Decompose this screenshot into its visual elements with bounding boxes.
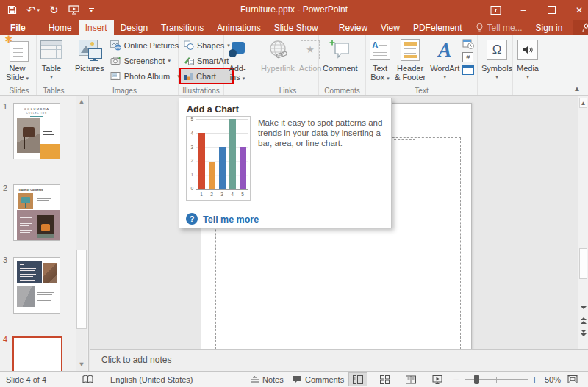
mini-chart-ytick: 3 (187, 145, 193, 150)
zoom-in-button[interactable]: + (531, 372, 537, 387)
comment-button[interactable]: Comment (321, 37, 359, 85)
notes-pane[interactable]: Click to add notes (90, 349, 588, 371)
add-ins-button[interactable]: Add- ins ▾ (226, 37, 248, 85)
online-pictures-button[interactable]: Online Pictures (107, 38, 183, 52)
scroll-down-icon[interactable] (579, 303, 587, 313)
mini-chart-ytick: 4 (187, 131, 193, 136)
tab-home[interactable]: Home (42, 20, 79, 35)
action-icon: ★ (301, 37, 320, 62)
speaker-media-icon (517, 37, 538, 62)
smartart-icon (184, 56, 194, 65)
close-button[interactable]: ✕ (573, 4, 585, 16)
notes-placeholder[interactable]: Click to add notes (101, 350, 171, 371)
text-box-label2: Box ▾ (370, 73, 390, 82)
zoom-level[interactable]: 50% (545, 372, 561, 387)
notes-toggle[interactable]: Notes (250, 372, 284, 387)
mini-chart-ytick: 5 (187, 117, 193, 122)
proofing-book-icon[interactable] (82, 372, 93, 387)
slide-thumbnail-2[interactable]: Table of Contents (13, 184, 60, 241)
slide-indicator[interactable]: Slide 4 of 4 (6, 372, 46, 387)
tell-me-label: Tell me... (487, 23, 523, 33)
slide-thumbnail-4-selected[interactable] (12, 336, 62, 372)
slide-number-button[interactable]: # (462, 52, 473, 62)
shapes-icon (184, 40, 194, 50)
wordart-button[interactable]: A WordArt ▾ (429, 37, 461, 85)
new-slide-icon: ✱ (7, 37, 29, 62)
tell-me-box[interactable]: Tell me... (469, 20, 529, 35)
date-time-button[interactable] (462, 38, 474, 49)
title-bar: ↶▾ ↻ ▾ Furniture.pptx - PowerPoint – ✕ (0, 0, 588, 20)
minimize-button[interactable]: – (517, 4, 529, 16)
mini-chart-xtick: 1 (198, 192, 205, 197)
slide-number: 3 (3, 256, 7, 264)
text-box-button[interactable]: A Text Box ▾ (368, 37, 392, 85)
pictures-button[interactable]: Pictures (74, 37, 106, 85)
table-button[interactable]: Table ▾ (39, 37, 64, 85)
hyperlink-button: Hyperlink (259, 37, 296, 85)
next-slide-button[interactable] (579, 328, 587, 338)
symbols-button[interactable]: Ω Symbols ▾ (480, 37, 514, 85)
scroll-up-icon[interactable]: ▲ (76, 96, 87, 106)
shapes-label: Shapes (197, 41, 224, 50)
reading-view-button[interactable] (401, 372, 420, 386)
language-indicator[interactable]: English (United States) (110, 372, 193, 387)
slide-thumbnail-3[interactable] (13, 257, 60, 314)
zoom-out-button[interactable]: − (453, 372, 459, 387)
group-label-images: Images (71, 87, 178, 95)
wordart-icon: A (438, 37, 451, 62)
group-text: A Text Box ▾ Header (366, 35, 478, 95)
comment-label: Comment (323, 64, 358, 73)
thumb3-photo-bottom (17, 286, 35, 307)
slide-number: 2 (3, 184, 7, 192)
sign-in-button[interactable]: Sign in (529, 20, 570, 35)
group-comments: Comment Comments (319, 35, 366, 95)
media-button[interactable]: Media ▾ (515, 37, 540, 85)
photo-album-button[interactable]: Photo Album ▾ (107, 69, 183, 83)
help-question-icon[interactable]: ? (186, 213, 198, 225)
mini-chart-xtick: 2 (209, 192, 215, 197)
slide-sorter-view-button[interactable] (375, 372, 394, 386)
tab-view[interactable]: View (374, 20, 406, 35)
share-button[interactable]: Share (573, 20, 588, 35)
tab-transitions[interactable]: Transitions (154, 20, 210, 35)
ribbon: ✱ New Slide ▾ Slides Table ▾ Tables (0, 35, 588, 96)
group-slides: ✱ New Slide ▾ Slides (2, 35, 37, 95)
thumbnail-scrollbar[interactable]: ▲ ▼ (76, 96, 87, 371)
scroll-up-icon[interactable]: ▲ (579, 98, 587, 108)
collapse-ribbon-icon[interactable]: ▲ (573, 84, 581, 93)
tab-file[interactable]: File (0, 20, 36, 35)
tell-me-more-link[interactable]: Tell me more (203, 214, 259, 225)
notes-toggle-label: Notes (262, 375, 284, 384)
vertical-scrollbar[interactable]: ▲ (578, 96, 588, 349)
header-footer-label2: & Footer (395, 73, 426, 82)
tooltip-divider (179, 209, 391, 209)
omega-symbols-icon: Ω (487, 37, 507, 62)
object-button[interactable] (462, 65, 474, 75)
tab-animations[interactable]: Animations (210, 20, 267, 35)
screenshot-button[interactable]: Screenshot ▾ (107, 54, 183, 68)
new-slide-button[interactable]: ✱ New Slide ▾ (4, 37, 30, 85)
fit-slide-to-window-icon[interactable] (567, 372, 578, 387)
thumb1-subtitle: COLLECTIVE (14, 112, 60, 115)
mini-chart-xtick: 3 (219, 192, 226, 197)
table-icon (40, 37, 62, 62)
thumbnail-scrollbar-thumb[interactable] (76, 250, 87, 329)
tab-insert[interactable]: Insert (79, 20, 114, 35)
comments-toggle[interactable]: Comments (293, 372, 344, 387)
slide-thumbnail-1[interactable]: COLUMBRA COLLECTIVE (13, 103, 60, 159)
mini-chart-xtick: 4 (229, 192, 236, 197)
previous-slide-button[interactable] (579, 315, 587, 325)
tab-review[interactable]: Review (332, 20, 374, 35)
normal-view-button[interactable] (348, 372, 368, 386)
tab-pdfelement[interactable]: PDFelement (406, 20, 469, 35)
tab-slide-show[interactable]: Slide Show (268, 20, 325, 35)
header-footer-button[interactable]: Header & Footer (393, 37, 427, 85)
scrollbar-thumb[interactable] (579, 248, 587, 279)
maximize-button[interactable] (545, 4, 557, 16)
tab-design[interactable]: Design (114, 20, 154, 35)
zoom-slider-thumb[interactable] (474, 375, 479, 384)
ribbon-display-options-icon[interactable] (490, 4, 501, 16)
tooltip-body: Make it easy to spot patterns and trends… (258, 117, 384, 148)
slide-show-view-button[interactable] (428, 372, 447, 386)
scroll-down-icon[interactable]: ▼ (76, 359, 87, 369)
